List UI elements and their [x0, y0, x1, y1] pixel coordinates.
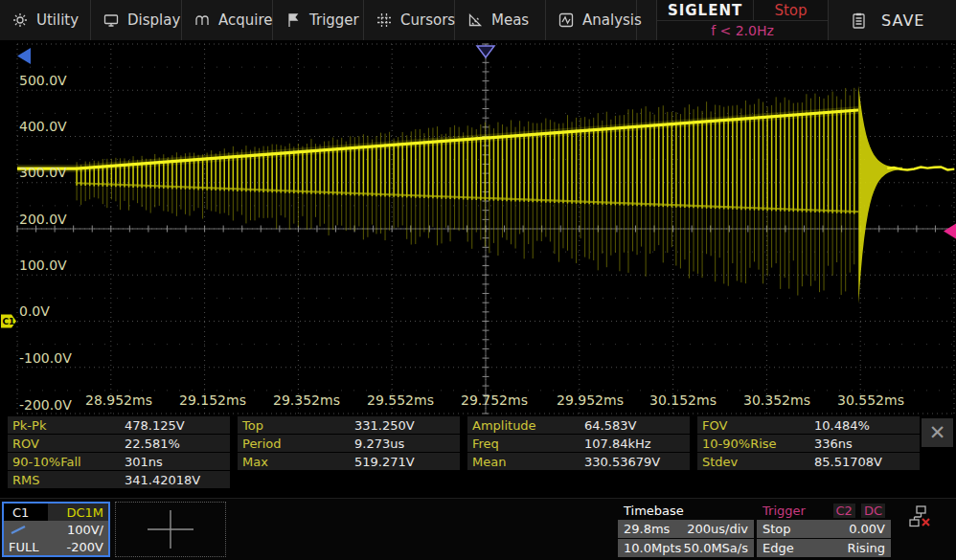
- timebase-title: Timebase: [618, 502, 754, 519]
- measurement-cell: Pk-Pk478.125V: [8, 416, 230, 434]
- add-trace-placeholder[interactable]: [115, 502, 226, 557]
- measurement-label: 10-90%Rise: [697, 437, 814, 451]
- measurement-cell: RMS341.42018V: [8, 471, 230, 488]
- menu-display-label: Display: [127, 11, 180, 29]
- menu-display[interactable]: Display: [91, 0, 182, 40]
- measure-icon: [467, 12, 483, 28]
- timebase-sample-rate: 50.0MSa/s: [683, 541, 748, 555]
- menu-acquire-label: Acquire: [218, 11, 273, 29]
- trigger-status: Stop: [763, 522, 791, 536]
- measurement-value: 331.250V: [354, 418, 415, 433]
- measurement-value: 10.484%: [814, 418, 870, 433]
- trigger-source: C2: [833, 504, 855, 518]
- measurement-panel: Pk-Pk478.125VTop331.250VAmplitude64.583V…: [8, 416, 920, 488]
- horizontal-reference-marker[interactable]: [17, 48, 31, 64]
- y-axis-tick-label: 300.0V: [19, 165, 67, 180]
- gear-icon: [12, 12, 28, 28]
- measurement-value: 336ns: [814, 437, 853, 451]
- measurement-value: 341.42018V: [125, 473, 200, 487]
- waveform-display: C1 500.0V400.0V300.0V200.0V100.0V0.0V-10…: [0, 42, 956, 415]
- channel1-bandwidth: FULL: [4, 540, 38, 554]
- status-bar: C1 DC1M 100V/ FULL -200V Timebase 29.8ms…: [0, 498, 956, 560]
- trigger-descriptor[interactable]: Trigger C2 DC Stop 0.00V Edge Rising: [757, 502, 891, 557]
- y-axis-tick-label: 0.0V: [19, 303, 50, 319]
- channel1-descriptor[interactable]: C1 DC1M 100V/ FULL -200V: [2, 502, 110, 557]
- save-icon: [852, 12, 866, 29]
- trigger-type: Edge: [763, 541, 794, 555]
- measurement-value: 64.583V: [584, 418, 636, 433]
- trigger-title: Trigger: [763, 504, 806, 518]
- measurement-cell: Mean330.53679V: [467, 453, 690, 470]
- trigger-frequency-readout: f < 2.0Hz: [657, 21, 828, 40]
- siglent-logo: SIGLENT: [657, 0, 754, 20]
- measurement-value: 107.84kHz: [584, 437, 651, 451]
- channel1-offset: -200V: [38, 540, 108, 554]
- measurement-cell: ROV22.581%: [8, 435, 230, 452]
- measurement-cell: FOV10.484%: [697, 416, 920, 434]
- measurement-label: Max: [238, 455, 354, 469]
- channel1-position-label: C1: [3, 317, 15, 326]
- menu-acquire[interactable]: Acquire: [182, 0, 273, 40]
- measurement-cell: Top331.250V: [238, 416, 460, 434]
- menu-utility-label: Utility: [36, 11, 79, 29]
- menu-cursors[interactable]: Cursors: [364, 0, 455, 40]
- menu-bar: Utility Display Acquire Trigger Cursors …: [0, 0, 956, 42]
- measurement-label: RMS: [8, 473, 125, 487]
- y-axis-tick-label: 500.0V: [19, 73, 67, 88]
- save-button[interactable]: SAVE: [829, 0, 956, 40]
- x-axis-tick-label: 29.952ms: [547, 392, 633, 408]
- acquire-icon: [194, 12, 210, 28]
- menu-utility[interactable]: Utility: [0, 0, 91, 40]
- plus-icon: [144, 508, 197, 550]
- network-disconnected-icon[interactable]: [908, 504, 935, 527]
- channel1-coupling: DC1M: [48, 504, 108, 521]
- y-axis-tick-label: 100.0V: [19, 258, 67, 273]
- measurement-cell: Period9.273us: [238, 435, 460, 452]
- display-icon: [103, 12, 119, 28]
- measurement-cell: Stdev85.51708V: [697, 453, 920, 470]
- x-axis-tick-label: 30.152ms: [640, 392, 726, 408]
- measurement-label: 90-10%Fall: [8, 455, 125, 469]
- timebase-points: 10.0Mpts: [624, 541, 681, 555]
- acquisition-status[interactable]: Stop: [754, 0, 828, 20]
- oscilloscope-screen: Utility Display Acquire Trigger Cursors …: [0, 0, 956, 560]
- x-axis-tick-label: 29.552ms: [357, 392, 444, 408]
- measurement-value: 85.51708V: [814, 455, 882, 469]
- measurement-cell: 10-90%Rise336ns: [697, 435, 920, 452]
- trigger-level-marker[interactable]: [944, 223, 956, 238]
- x-axis-tick-label: 30.552ms: [828, 392, 914, 408]
- measurement-value: 22.581%: [125, 437, 180, 451]
- y-axis-tick-label: 400.0V: [19, 119, 67, 134]
- menu-meas[interactable]: Meas: [455, 0, 546, 40]
- measurement-label: ROV: [8, 437, 125, 451]
- measurement-cell: Amplitude64.583V: [467, 416, 690, 434]
- menu-analysis[interactable]: Analysis: [546, 0, 637, 40]
- measurement-label: FOV: [697, 418, 814, 433]
- trigger-level: 0.00V: [849, 522, 885, 536]
- analysis-icon: [558, 12, 574, 28]
- measurement-label: Stdev: [697, 455, 814, 469]
- timebase-delay: 29.8ms: [624, 522, 670, 536]
- x-axis-tick-label: 29.352ms: [263, 392, 350, 408]
- channel1-slope-icon: [9, 524, 30, 535]
- x-axis-tick-label: 30.352ms: [734, 392, 820, 408]
- measurement-value: 9.273us: [354, 437, 404, 451]
- measurement-close-button[interactable]: ✕: [922, 418, 953, 447]
- menu-meas-label: Meas: [491, 11, 529, 29]
- save-label: SAVE: [881, 11, 924, 30]
- measurement-cell: Freq107.84kHz: [467, 435, 690, 452]
- measurement-value: 330.53679V: [584, 455, 660, 469]
- x-axis-tick-label: 28.952ms: [76, 392, 162, 408]
- channel1-scale: 100V/: [30, 523, 108, 537]
- y-axis-tick-label: 200.0V: [19, 212, 67, 227]
- trigger-slope: Rising: [847, 541, 885, 555]
- measurement-value: 478.125V: [125, 418, 185, 433]
- timebase-descriptor[interactable]: Timebase 29.8ms 200us/div 10.0Mpts 50.0M…: [618, 502, 754, 557]
- measurement-value: 301ns: [125, 455, 163, 469]
- trigger-position-marker[interactable]: [477, 46, 494, 57]
- measurement-cell: Max519.271V: [238, 453, 460, 470]
- measurement-cell: 90-10%Fall301ns: [8, 453, 230, 470]
- cursors-icon: [376, 12, 392, 28]
- menu-trigger[interactable]: Trigger: [273, 0, 364, 40]
- x-axis-tick-label: 29.152ms: [170, 392, 256, 408]
